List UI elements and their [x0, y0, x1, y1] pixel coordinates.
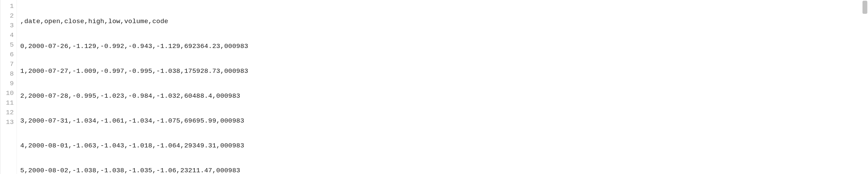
text-editor[interactable]: 1 2 3 4 5 6 7 8 9 10 11 12 13 ,date,open… [0, 0, 868, 174]
line-number: 6 [6, 50, 14, 59]
code-line[interactable]: 2,2000-07-28,-0.995,-1.023,-0.984,-1.032… [20, 91, 868, 101]
line-number: 1 [6, 1, 14, 11]
line-number: 2 [6, 11, 14, 21]
line-number-gutter: 1 2 3 4 5 6 7 8 9 10 11 12 13 [0, 0, 17, 174]
code-line[interactable]: 5,2000-08-02,-1.038,-1.038,-1.035,-1.06,… [20, 166, 868, 174]
vertical-scrollbar-track[interactable] [862, 0, 868, 174]
line-number: 3 [6, 21, 14, 30]
code-line[interactable]: 0,2000-07-26,-1.129,-0.992,-0.943,-1.129… [20, 41, 868, 51]
line-number: 7 [6, 59, 14, 69]
line-number: 13 [6, 117, 14, 127]
line-number: 8 [6, 69, 14, 79]
code-line[interactable]: 4,2000-08-01,-1.063,-1.043,-1.018,-1.064… [20, 141, 868, 151]
code-line[interactable]: ,date,open,close,high,low,volume,code [20, 17, 868, 26]
code-content[interactable]: ,date,open,close,high,low,volume,code 0,… [17, 0, 868, 174]
line-number: 4 [6, 30, 14, 40]
line-number: 10 [6, 88, 14, 98]
line-number: 9 [6, 79, 14, 88]
line-number: 12 [6, 108, 14, 117]
code-line[interactable]: 1,2000-07-27,-1.009,-0.997,-0.995,-1.038… [20, 66, 868, 76]
vertical-scrollbar-thumb[interactable] [862, 1, 867, 14]
line-number: 11 [6, 98, 14, 108]
line-number: 5 [6, 40, 14, 50]
code-line[interactable]: 3,2000-07-31,-1.034,-1.061,-1.034,-1.075… [20, 116, 868, 126]
